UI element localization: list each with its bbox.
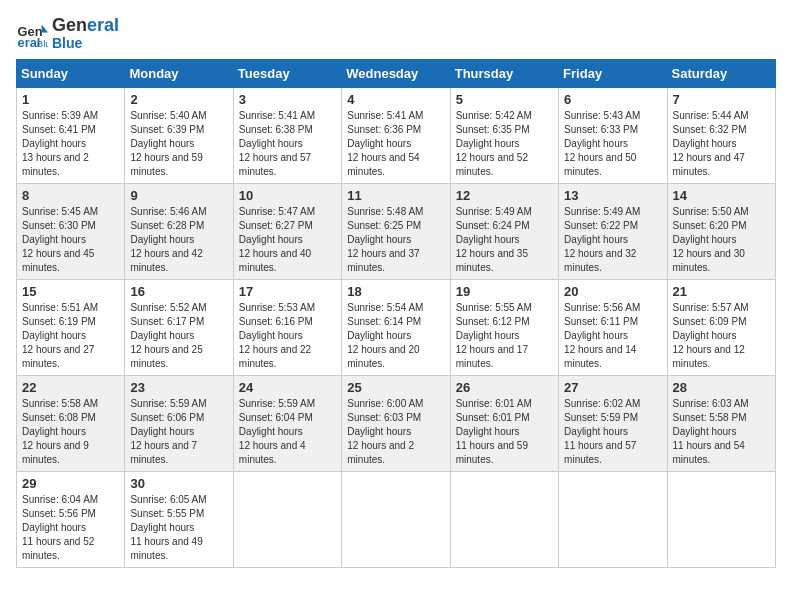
day-info: Sunrise: 6:02 AMSunset: 5:59 PMDaylight … xyxy=(564,397,661,467)
day-info: Sunrise: 5:45 AMSunset: 6:30 PMDaylight … xyxy=(22,205,119,275)
weekday-wednesday: Wednesday xyxy=(342,60,450,88)
day-number: 16 xyxy=(130,284,227,299)
day-cell: 24Sunrise: 5:59 AMSunset: 6:04 PMDayligh… xyxy=(233,376,341,472)
day-number: 5 xyxy=(456,92,553,107)
weekday-thursday: Thursday xyxy=(450,60,558,88)
day-number: 2 xyxy=(130,92,227,107)
day-info: Sunrise: 5:56 AMSunset: 6:11 PMDaylight … xyxy=(564,301,661,371)
day-number: 14 xyxy=(673,188,770,203)
day-info: Sunrise: 5:44 AMSunset: 6:32 PMDaylight … xyxy=(673,109,770,179)
day-cell: 12Sunrise: 5:49 AMSunset: 6:24 PMDayligh… xyxy=(450,184,558,280)
day-info: Sunrise: 5:54 AMSunset: 6:14 PMDaylight … xyxy=(347,301,444,371)
day-number: 11 xyxy=(347,188,444,203)
day-number: 15 xyxy=(22,284,119,299)
day-number: 22 xyxy=(22,380,119,395)
week-row-3: 15Sunrise: 5:51 AMSunset: 6:19 PMDayligh… xyxy=(17,280,776,376)
day-info: Sunrise: 5:53 AMSunset: 6:16 PMDaylight … xyxy=(239,301,336,371)
day-number: 24 xyxy=(239,380,336,395)
day-number: 13 xyxy=(564,188,661,203)
day-cell xyxy=(233,472,341,568)
day-number: 26 xyxy=(456,380,553,395)
day-number: 1 xyxy=(22,92,119,107)
logo-subtext: Blue xyxy=(52,36,119,51)
day-number: 20 xyxy=(564,284,661,299)
logo: Gen eral Blue General Blue xyxy=(16,16,119,51)
day-cell xyxy=(450,472,558,568)
day-info: Sunrise: 5:58 AMSunset: 6:08 PMDaylight … xyxy=(22,397,119,467)
day-cell: 28Sunrise: 6:03 AMSunset: 5:58 PMDayligh… xyxy=(667,376,775,472)
day-info: Sunrise: 5:41 AMSunset: 6:36 PMDaylight … xyxy=(347,109,444,179)
week-row-2: 8Sunrise: 5:45 AMSunset: 6:30 PMDaylight… xyxy=(17,184,776,280)
day-cell: 22Sunrise: 5:58 AMSunset: 6:08 PMDayligh… xyxy=(17,376,125,472)
day-info: Sunrise: 5:49 AMSunset: 6:24 PMDaylight … xyxy=(456,205,553,275)
day-info: Sunrise: 5:51 AMSunset: 6:19 PMDaylight … xyxy=(22,301,119,371)
day-cell xyxy=(342,472,450,568)
week-row-5: 29Sunrise: 6:04 AMSunset: 5:56 PMDayligh… xyxy=(17,472,776,568)
day-number: 25 xyxy=(347,380,444,395)
day-cell: 1Sunrise: 5:39 AMSunset: 6:41 PMDaylight… xyxy=(17,88,125,184)
weekday-friday: Friday xyxy=(559,60,667,88)
day-info: Sunrise: 5:41 AMSunset: 6:38 PMDaylight … xyxy=(239,109,336,179)
day-info: Sunrise: 5:43 AMSunset: 6:33 PMDaylight … xyxy=(564,109,661,179)
day-cell xyxy=(559,472,667,568)
day-number: 7 xyxy=(673,92,770,107)
weekday-tuesday: Tuesday xyxy=(233,60,341,88)
day-info: Sunrise: 5:46 AMSunset: 6:28 PMDaylight … xyxy=(130,205,227,275)
day-info: Sunrise: 5:59 AMSunset: 6:06 PMDaylight … xyxy=(130,397,227,467)
day-cell: 5Sunrise: 5:42 AMSunset: 6:35 PMDaylight… xyxy=(450,88,558,184)
day-number: 19 xyxy=(456,284,553,299)
week-row-1: 1Sunrise: 5:39 AMSunset: 6:41 PMDaylight… xyxy=(17,88,776,184)
logo-text: General xyxy=(52,16,119,36)
day-cell: 9Sunrise: 5:46 AMSunset: 6:28 PMDaylight… xyxy=(125,184,233,280)
day-cell: 21Sunrise: 5:57 AMSunset: 6:09 PMDayligh… xyxy=(667,280,775,376)
day-info: Sunrise: 5:50 AMSunset: 6:20 PMDaylight … xyxy=(673,205,770,275)
day-number: 21 xyxy=(673,284,770,299)
day-cell: 30Sunrise: 6:05 AMSunset: 5:55 PMDayligh… xyxy=(125,472,233,568)
day-number: 10 xyxy=(239,188,336,203)
day-cell: 7Sunrise: 5:44 AMSunset: 6:32 PMDaylight… xyxy=(667,88,775,184)
day-info: Sunrise: 6:04 AMSunset: 5:56 PMDaylight … xyxy=(22,493,119,563)
day-number: 8 xyxy=(22,188,119,203)
day-number: 12 xyxy=(456,188,553,203)
day-cell: 29Sunrise: 6:04 AMSunset: 5:56 PMDayligh… xyxy=(17,472,125,568)
svg-text:Blue: Blue xyxy=(37,37,48,48)
day-cell: 26Sunrise: 6:01 AMSunset: 6:01 PMDayligh… xyxy=(450,376,558,472)
day-info: Sunrise: 5:55 AMSunset: 6:12 PMDaylight … xyxy=(456,301,553,371)
weekday-sunday: Sunday xyxy=(17,60,125,88)
day-info: Sunrise: 6:00 AMSunset: 6:03 PMDaylight … xyxy=(347,397,444,467)
day-number: 23 xyxy=(130,380,227,395)
day-number: 29 xyxy=(22,476,119,491)
day-cell: 27Sunrise: 6:02 AMSunset: 5:59 PMDayligh… xyxy=(559,376,667,472)
day-cell: 10Sunrise: 5:47 AMSunset: 6:27 PMDayligh… xyxy=(233,184,341,280)
weekday-monday: Monday xyxy=(125,60,233,88)
day-cell: 14Sunrise: 5:50 AMSunset: 6:20 PMDayligh… xyxy=(667,184,775,280)
logo-icon: Gen eral Blue xyxy=(16,18,48,50)
page-header: Gen eral Blue General Blue xyxy=(16,16,776,51)
day-info: Sunrise: 5:47 AMSunset: 6:27 PMDaylight … xyxy=(239,205,336,275)
day-number: 4 xyxy=(347,92,444,107)
day-info: Sunrise: 5:49 AMSunset: 6:22 PMDaylight … xyxy=(564,205,661,275)
day-cell: 18Sunrise: 5:54 AMSunset: 6:14 PMDayligh… xyxy=(342,280,450,376)
day-number: 18 xyxy=(347,284,444,299)
weekday-header-row: SundayMondayTuesdayWednesdayThursdayFrid… xyxy=(17,60,776,88)
day-cell: 17Sunrise: 5:53 AMSunset: 6:16 PMDayligh… xyxy=(233,280,341,376)
day-cell: 8Sunrise: 5:45 AMSunset: 6:30 PMDaylight… xyxy=(17,184,125,280)
day-cell: 4Sunrise: 5:41 AMSunset: 6:36 PMDaylight… xyxy=(342,88,450,184)
day-info: Sunrise: 5:39 AMSunset: 6:41 PMDaylight … xyxy=(22,109,119,179)
day-cell: 3Sunrise: 5:41 AMSunset: 6:38 PMDaylight… xyxy=(233,88,341,184)
day-cell: 23Sunrise: 5:59 AMSunset: 6:06 PMDayligh… xyxy=(125,376,233,472)
day-cell: 19Sunrise: 5:55 AMSunset: 6:12 PMDayligh… xyxy=(450,280,558,376)
day-cell: 15Sunrise: 5:51 AMSunset: 6:19 PMDayligh… xyxy=(17,280,125,376)
day-number: 17 xyxy=(239,284,336,299)
day-cell: 25Sunrise: 6:00 AMSunset: 6:03 PMDayligh… xyxy=(342,376,450,472)
day-number: 30 xyxy=(130,476,227,491)
day-info: Sunrise: 6:01 AMSunset: 6:01 PMDaylight … xyxy=(456,397,553,467)
svg-marker-2 xyxy=(42,24,48,32)
day-cell xyxy=(667,472,775,568)
day-number: 9 xyxy=(130,188,227,203)
day-number: 6 xyxy=(564,92,661,107)
day-info: Sunrise: 5:59 AMSunset: 6:04 PMDaylight … xyxy=(239,397,336,467)
day-number: 27 xyxy=(564,380,661,395)
day-number: 3 xyxy=(239,92,336,107)
day-cell: 2Sunrise: 5:40 AMSunset: 6:39 PMDaylight… xyxy=(125,88,233,184)
